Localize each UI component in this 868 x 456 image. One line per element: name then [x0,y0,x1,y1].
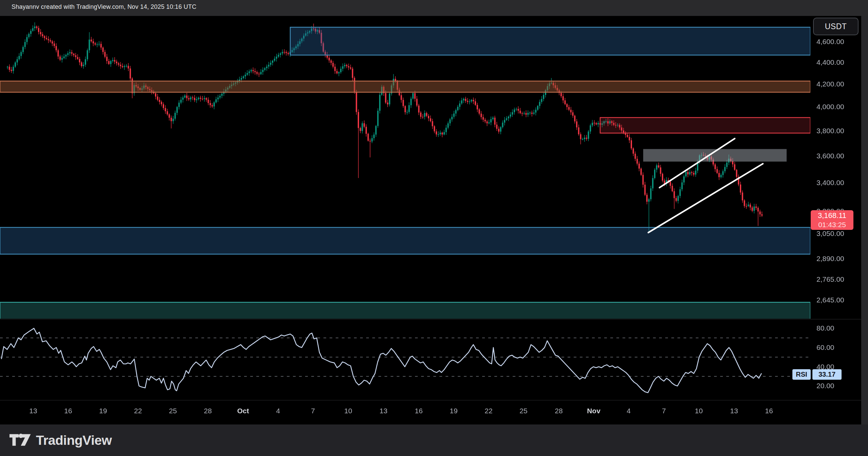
time-axis-label: Oct [237,407,249,415]
tradingview-logo-icon [9,432,31,449]
time-axis-label: 19 [450,407,457,415]
time-axis-label: 28 [204,407,212,415]
rsi-axis-label: 80.00 [816,324,834,332]
price-axis-label: 3,800.00 [816,127,844,135]
time-axis-label: 4 [627,407,631,415]
attribution-bar: Shayannv created with TradingView.com, N… [0,0,868,16]
price-axis-label: 3,400.00 [816,179,844,187]
price-axis-label: 3,600.00 [816,152,844,160]
time-axis-label: 10 [344,407,352,415]
tradingview-brand-text: TradingView [36,433,112,448]
time-axis-label: 13 [29,407,37,415]
time-axis-label: 7 [311,407,315,415]
price-axis-label: 4,200.00 [816,80,844,88]
attribution-text: Shayannv created with TradingView.com, N… [12,3,196,10]
tradingview-snapshot: Shayannv created with TradingView.com, N… [0,0,868,456]
price-axis-label: 2,890.00 [816,255,844,263]
time-axis-label: 19 [99,407,107,415]
rsi-axis-label: 20.00 [816,382,834,390]
quote-currency-button[interactable]: USDT [813,18,859,35]
time-axis-label: 16 [64,407,72,415]
time-axis-label: 16 [765,407,773,415]
time-axis-label: 13 [730,407,738,415]
time-axis-label: 4 [276,407,280,415]
bar-close-countdown: 01:43:25 [818,220,846,229]
last-price-value: 3,168.11 [818,211,846,220]
time-axis-label: 10 [695,407,703,415]
time-axis-label: 22 [485,407,492,415]
price-axis-label: 2,645.00 [816,296,844,304]
footer-bar: TradingView [0,424,868,456]
rsi-axis-label: 60.00 [816,343,834,352]
time-axis-label: 25 [169,407,177,415]
price-chart-canvas[interactable] [0,0,868,456]
time-axis-label: 16 [415,407,422,415]
time-axis-label: 25 [519,407,527,415]
price-axis-label: 4,000.00 [816,103,844,111]
price-axis-label: 4,400.00 [816,58,844,66]
time-axis-label: 7 [662,407,666,415]
price-axis-label: 3,050.00 [816,230,844,238]
right-margin-strip [861,16,868,424]
time-axis-label: 13 [379,407,387,415]
time-axis-label: 28 [555,407,563,415]
quote-currency-label: USDT [825,22,847,31]
time-axis-label: Nov [587,407,600,415]
time-axis-label: 22 [134,407,142,415]
rsi-value-text: 33.17 [818,371,835,378]
rsi-value-badge: 33.17 [812,369,842,380]
last-price-badge: 3,168.11 01:43:25 [811,210,853,230]
rsi-label-text: RSI [796,371,807,378]
price-axis-label: 4,600.00 [816,38,844,46]
rsi-indicator-label: RSI [792,369,811,380]
tradingview-logo[interactable]: TradingView [9,432,112,449]
price-axis-label: 2,765.00 [816,275,844,283]
